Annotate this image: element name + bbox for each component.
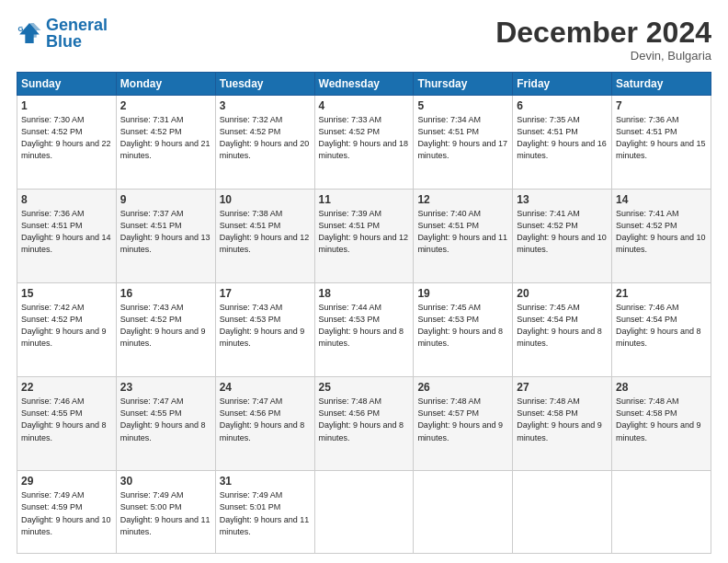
month-title: December 2024 <box>495 17 711 49</box>
day-cell-6: 6 Sunrise: 7:35 AMSunset: 4:51 PMDayligh… <box>513 96 612 190</box>
day-cell-18: 18 Sunrise: 7:44 AMSunset: 4:53 PMDaylig… <box>314 283 414 377</box>
week-row-2: 8 Sunrise: 7:36 AMSunset: 4:51 PMDayligh… <box>17 190 711 283</box>
day-cell-29: 29 Sunrise: 7:49 AMSunset: 4:59 PMDaylig… <box>17 471 117 554</box>
day-cell-4: 4 Sunrise: 7:33 AMSunset: 4:52 PMDayligh… <box>314 96 414 190</box>
logo: G General Blue <box>17 17 108 50</box>
col-sunday: Sunday <box>17 73 117 96</box>
day-cell-15: 15 Sunrise: 7:42 AMSunset: 4:52 PMDaylig… <box>17 283 117 377</box>
day-cell-17: 17 Sunrise: 7:43 AMSunset: 4:53 PMDaylig… <box>215 283 314 377</box>
col-wednesday: Wednesday <box>314 73 414 96</box>
general-blue-logo-icon: G <box>17 20 42 46</box>
empty-cell-3 <box>513 471 612 554</box>
header: G General Blue December 2024 Devin, Bulg… <box>17 17 711 63</box>
week-row-3: 15 Sunrise: 7:42 AMSunset: 4:52 PMDaylig… <box>17 283 711 377</box>
empty-cell-2 <box>414 471 513 554</box>
day-cell-26: 26 Sunrise: 7:48 AMSunset: 4:57 PMDaylig… <box>414 377 513 471</box>
day-cell-16: 16 Sunrise: 7:43 AMSunset: 4:52 PMDaylig… <box>116 283 215 377</box>
page: G General Blue December 2024 Devin, Bulg… <box>0 0 728 563</box>
day-cell-7: 7 Sunrise: 7:36 AMSunset: 4:51 PMDayligh… <box>612 96 711 190</box>
logo-general: General <box>46 16 108 34</box>
col-tuesday: Tuesday <box>215 73 314 96</box>
col-monday: Monday <box>116 73 215 96</box>
location: Devin, Bulgaria <box>495 49 711 63</box>
day-cell-13: 13 Sunrise: 7:41 AMSunset: 4:52 PMDaylig… <box>513 190 612 283</box>
day-cell-3: 3 Sunrise: 7:32 AMSunset: 4:52 PMDayligh… <box>215 96 314 190</box>
day-cell-28: 28 Sunrise: 7:48 AMSunset: 4:58 PMDaylig… <box>612 377 711 471</box>
day-cell-1: 1 Sunrise: 7:30 AMSunset: 4:52 PMDayligh… <box>17 96 117 190</box>
day-cell-25: 25 Sunrise: 7:48 AMSunset: 4:56 PMDaylig… <box>314 377 414 471</box>
day-cell-30: 30 Sunrise: 7:49 AMSunset: 5:00 PMDaylig… <box>116 471 215 554</box>
day-cell-9: 9 Sunrise: 7:37 AMSunset: 4:51 PMDayligh… <box>116 190 215 283</box>
empty-cell-1 <box>314 471 414 554</box>
calendar-table: Sunday Monday Tuesday Wednesday Thursday… <box>17 72 711 554</box>
col-thursday: Thursday <box>414 73 513 96</box>
day-cell-11: 11 Sunrise: 7:39 AMSunset: 4:51 PMDaylig… <box>314 190 414 283</box>
calendar-header-row: Sunday Monday Tuesday Wednesday Thursday… <box>17 73 711 96</box>
logo-text: General Blue <box>46 17 108 50</box>
day-cell-21: 21 Sunrise: 7:46 AMSunset: 4:54 PMDaylig… <box>612 283 711 377</box>
svg-text:G: G <box>18 25 24 33</box>
week-row-5: 29 Sunrise: 7:49 AMSunset: 4:59 PMDaylig… <box>17 471 711 554</box>
day-cell-24: 24 Sunrise: 7:47 AMSunset: 4:56 PMDaylig… <box>215 377 314 471</box>
day-cell-5: 5 Sunrise: 7:34 AMSunset: 4:51 PMDayligh… <box>414 96 513 190</box>
day-cell-12: 12 Sunrise: 7:40 AMSunset: 4:51 PMDaylig… <box>414 190 513 283</box>
day-cell-8: 8 Sunrise: 7:36 AMSunset: 4:51 PMDayligh… <box>17 190 117 283</box>
day-cell-27: 27 Sunrise: 7:48 AMSunset: 4:58 PMDaylig… <box>513 377 612 471</box>
day-cell-2: 2 Sunrise: 7:31 AMSunset: 4:52 PMDayligh… <box>116 96 215 190</box>
col-saturday: Saturday <box>612 73 711 96</box>
day-cell-10: 10 Sunrise: 7:38 AMSunset: 4:51 PMDaylig… <box>215 190 314 283</box>
day-cell-20: 20 Sunrise: 7:45 AMSunset: 4:54 PMDaylig… <box>513 283 612 377</box>
week-row-4: 22 Sunrise: 7:46 AMSunset: 4:55 PMDaylig… <box>17 377 711 471</box>
col-friday: Friday <box>513 73 612 96</box>
day-cell-14: 14 Sunrise: 7:41 AMSunset: 4:52 PMDaylig… <box>612 190 711 283</box>
day-cell-23: 23 Sunrise: 7:47 AMSunset: 4:55 PMDaylig… <box>116 377 215 471</box>
empty-cell-4 <box>612 471 711 554</box>
title-block: December 2024 Devin, Bulgaria <box>495 17 711 63</box>
day-cell-22: 22 Sunrise: 7:46 AMSunset: 4:55 PMDaylig… <box>17 377 117 471</box>
day-cell-19: 19 Sunrise: 7:45 AMSunset: 4:53 PMDaylig… <box>414 283 513 377</box>
week-row-1: 1 Sunrise: 7:30 AMSunset: 4:52 PMDayligh… <box>17 96 711 190</box>
day-cell-31: 31 Sunrise: 7:49 AMSunset: 5:01 PMDaylig… <box>215 471 314 554</box>
logo-blue: Blue <box>46 32 82 51</box>
